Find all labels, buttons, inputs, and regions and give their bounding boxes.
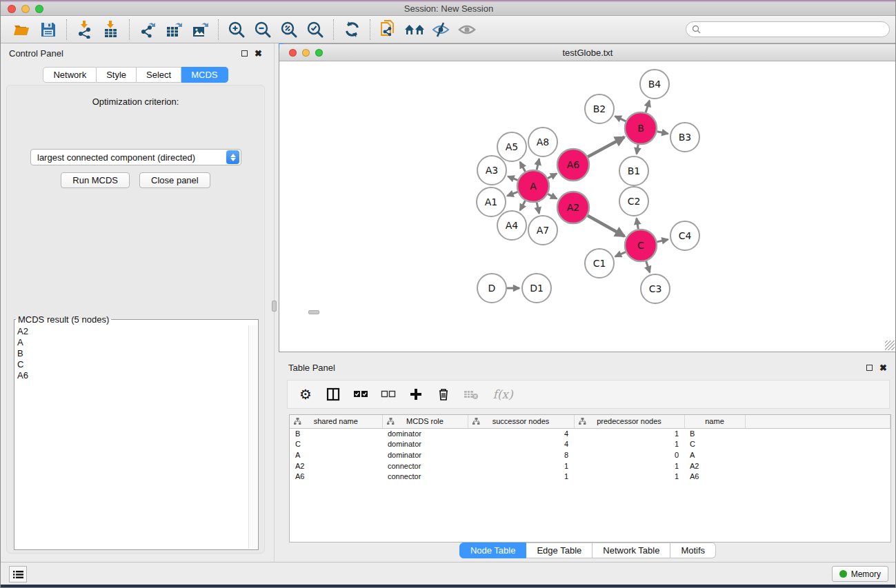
network-window-titlebar[interactable]: testGlobe.txt — [279, 44, 896, 61]
graph-edge-C-C3[interactable] — [646, 261, 650, 273]
graph-edge-A-A8[interactable] — [537, 159, 539, 170]
table-row[interactable]: A2connector11A2 — [290, 460, 890, 472]
zoom-fit-button[interactable] — [276, 18, 302, 41]
table-cell[interactable]: dominator — [382, 449, 468, 460]
zoom-window-button[interactable] — [35, 5, 43, 13]
table-cell[interactable] — [745, 460, 890, 472]
float-panel-icon[interactable] — [241, 50, 248, 57]
table-cell[interactable]: 4 — [468, 439, 574, 450]
column-header-successor-nodes[interactable]: successor nodes — [468, 415, 574, 428]
import-table-button[interactable] — [98, 18, 124, 41]
result-item[interactable]: A — [17, 337, 258, 348]
column-header-predecessor-nodes[interactable]: predecessor nodes — [574, 415, 684, 428]
tab-edge-table[interactable]: Edge Table — [526, 543, 593, 558]
graph-node-C4[interactable]: C4 — [670, 221, 699, 250]
graph-edge-B-B4[interactable] — [646, 101, 649, 112]
graph-node-D1[interactable]: D1 — [522, 274, 551, 303]
table-cell[interactable]: connector — [382, 460, 468, 472]
graph-edge-B-B3[interactable] — [657, 132, 668, 134]
table-cell[interactable]: 1 — [468, 460, 574, 472]
column-visibility-button[interactable] — [323, 385, 343, 404]
table-row[interactable]: Bdominator41B — [290, 428, 890, 439]
table-cell[interactable]: 0 — [574, 449, 684, 460]
select-all-button[interactable] — [351, 385, 370, 404]
table-cell[interactable]: C — [290, 439, 382, 450]
graph-edge-A-A4[interactable] — [520, 201, 526, 210]
graph-node-C1[interactable]: C1 — [585, 249, 614, 278]
hide-selected-button[interactable] — [428, 18, 454, 41]
minimize-window-button[interactable] — [21, 5, 30, 13]
table-row[interactable]: Cdominator41C — [290, 439, 890, 450]
tab-style[interactable]: Style — [97, 67, 137, 83]
search-box[interactable] — [686, 21, 890, 37]
memory-button[interactable]: Memory — [832, 566, 888, 582]
table-cell[interactable] — [745, 471, 890, 482]
delete-table-button[interactable] — [461, 385, 481, 404]
optimization-criterion-select[interactable]: largest connected component (directed) — [30, 149, 241, 165]
float-table-panel-icon[interactable] — [866, 365, 873, 371]
graph-node-A6[interactable]: A6 — [557, 149, 589, 181]
graph-node-B1[interactable]: B1 — [619, 156, 648, 185]
graph-node-B[interactable]: B — [625, 112, 657, 144]
graph-node-D[interactable]: D — [477, 274, 506, 303]
graph-edge-A-A6[interactable] — [548, 174, 557, 179]
graph-edge-C-C2[interactable] — [637, 219, 638, 230]
graph-node-A3[interactable]: A3 — [477, 156, 506, 185]
settings-gear-button[interactable]: ⚙ — [296, 385, 315, 404]
import-network-button[interactable] — [72, 18, 98, 41]
tab-select[interactable]: Select — [137, 67, 181, 83]
graph-edge-A-A2[interactable] — [548, 194, 557, 199]
result-item[interactable]: C — [17, 359, 258, 370]
splitter-handle[interactable] — [272, 301, 277, 312]
result-item[interactable]: A2 — [17, 326, 258, 337]
table-cell[interactable] — [745, 439, 890, 450]
graph-edge-B-B1[interactable] — [637, 145, 638, 154]
mcds-result-list[interactable]: A2ABCA6 — [14, 325, 258, 549]
export-table-button[interactable] — [161, 18, 187, 41]
close-panel-icon[interactable]: ✖ — [255, 50, 262, 57]
graph-edge-B-B2[interactable] — [615, 116, 626, 121]
deselect-all-button[interactable] — [379, 385, 398, 404]
graph-edge-C-C1[interactable] — [615, 252, 626, 257]
table-cell[interactable]: A6 — [684, 471, 745, 482]
graph-node-A1[interactable]: A1 — [477, 187, 506, 216]
window-resize-grip[interactable] — [885, 341, 895, 350]
tab-network[interactable]: Network — [43, 67, 97, 83]
table-cell[interactable]: A — [290, 449, 382, 460]
graph-node-A8[interactable]: A8 — [528, 128, 557, 156]
zoom-in-button[interactable] — [223, 18, 250, 41]
graph-edge-A-A3[interactable] — [508, 176, 517, 180]
graph-node-A5[interactable]: A5 — [497, 132, 526, 161]
graph-node-B2[interactable]: B2 — [585, 94, 614, 123]
table-cell[interactable]: A2 — [290, 460, 382, 472]
add-column-button[interactable] — [406, 385, 426, 404]
table-row[interactable]: Adominator80A — [290, 449, 890, 460]
network-canvas[interactable]: AA1A2A3A4A5A6A7A8BB1B2B3B4CC1C2C3C4DD1 — [279, 61, 896, 352]
graph-node-B4[interactable]: B4 — [640, 70, 669, 99]
task-history-button[interactable] — [9, 566, 27, 582]
zoom-out-button[interactable] — [250, 18, 276, 41]
column-header-mcds-role[interactable]: MCDS role — [382, 415, 468, 428]
table-cell[interactable] — [745, 449, 890, 460]
export-image-button[interactable] — [187, 18, 213, 41]
network-from-selection-button[interactable] — [375, 18, 401, 41]
export-network-button[interactable] — [135, 18, 161, 41]
close-table-panel-icon[interactable]: ✖ — [879, 365, 887, 371]
tab-mcds[interactable]: MCDS — [181, 67, 228, 83]
table-row[interactable]: A6connector11A6 — [290, 471, 890, 482]
table-cell[interactable]: 4 — [468, 428, 574, 439]
table-cell[interactable]: A6 — [290, 471, 382, 482]
table-cell[interactable]: 1 — [468, 471, 574, 482]
table-cell[interactable]: 1 — [574, 460, 684, 472]
result-item[interactable]: A6 — [17, 370, 258, 381]
run-mcds-button[interactable]: Run MCDS — [61, 172, 130, 188]
graph-edge-A6-B[interactable] — [588, 137, 624, 157]
first-neighbors-button[interactable] — [401, 18, 428, 41]
close-panel-button[interactable]: Close panel — [139, 172, 210, 188]
graph-edge-A-A5[interactable] — [520, 162, 526, 172]
graph-edge-A2-C[interactable] — [588, 216, 625, 236]
graph-node-A[interactable]: A — [517, 170, 549, 202]
table-cell[interactable]: A — [684, 449, 745, 460]
delete-column-button[interactable] — [434, 385, 453, 404]
graph-edge-C-C4[interactable] — [657, 239, 668, 242]
